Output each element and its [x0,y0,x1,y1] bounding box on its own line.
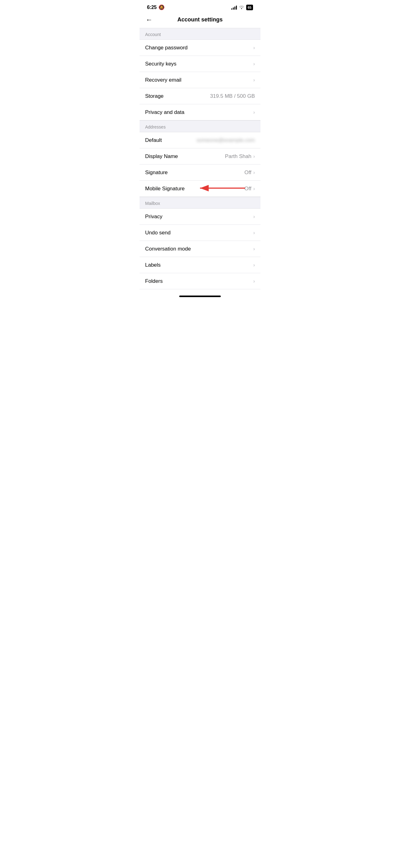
chevron-icon: › [253,230,255,235]
row-right: › [253,61,255,66]
red-arrow-annotation [197,182,246,195]
home-indicator [139,289,261,300]
row-privacy[interactable]: Privacy › [139,209,261,225]
row-labels[interactable]: Labels › [139,257,261,273]
page-title: Account settings [177,17,223,23]
status-time: 6:25 🔕 [147,4,165,10]
chevron-icon: › [253,170,255,175]
chevron-icon: › [253,279,255,284]
chevron-icon: › [253,186,255,191]
section-header-account: Account [139,28,261,40]
row-right: › [253,262,255,268]
row-right: › [253,279,255,284]
row-conversation-mode[interactable]: Conversation mode › [139,241,261,257]
status-icons: 65 [231,5,253,10]
row-right: someone@example.com [197,137,255,144]
bell-icon: 🔕 [159,4,165,10]
row-right: › [253,110,255,115]
row-right: › [253,230,255,235]
signal-bar-1 [231,8,232,10]
chevron-icon: › [253,45,255,50]
row-right: Off › [244,186,255,192]
section-header-mailbox: Mailbox [139,197,261,209]
wifi-icon [239,5,244,10]
chevron-icon: › [253,61,255,66]
row-right: › [253,45,255,50]
section-header-addresses: Addresses [139,120,261,132]
row-security-keys[interactable]: Security keys › [139,56,261,72]
blurred-email: someone@example.com [197,137,255,144]
row-privacy-data[interactable]: Privacy and data › [139,104,261,120]
row-right: Off › [244,169,255,176]
row-signature[interactable]: Signature Off › [139,164,261,181]
chevron-icon: › [253,214,255,219]
signal-icon [231,5,237,10]
chevron-icon: › [253,154,255,159]
settings-list: Account Change password › Security keys … [139,28,261,289]
chevron-icon: › [253,110,255,115]
back-button[interactable]: ← [144,14,154,25]
signal-bar-3 [234,6,235,10]
battery-icon: 65 [246,5,253,10]
row-display-name[interactable]: Display Name Parth Shah › [139,148,261,164]
row-folders[interactable]: Folders › [139,273,261,289]
status-bar: 6:25 🔕 65 [139,0,261,13]
row-mobile-signature[interactable]: Mobile Signature Off › [139,181,261,197]
row-storage[interactable]: Storage 319.5 MB / 500 GB [139,88,261,104]
nav-header: ← Account settings [139,13,261,28]
row-right: › [253,247,255,251]
chevron-icon: › [253,247,255,251]
row-default[interactable]: Default someone@example.com [139,132,261,148]
row-change-password[interactable]: Change password › [139,40,261,56]
chevron-icon: › [253,78,255,83]
row-undo-send[interactable]: Undo send › [139,225,261,241]
signal-bar-2 [233,7,234,10]
chevron-icon: › [253,262,255,268]
row-right: › [253,214,255,219]
row-right: › [253,78,255,83]
row-recovery-email[interactable]: Recovery email › [139,72,261,88]
time-display: 6:25 [147,5,157,10]
row-right: 319.5 MB / 500 GB [210,93,255,99]
signal-bar-4 [236,6,237,10]
row-right: Parth Shah › [225,153,255,160]
home-bar [179,296,221,297]
